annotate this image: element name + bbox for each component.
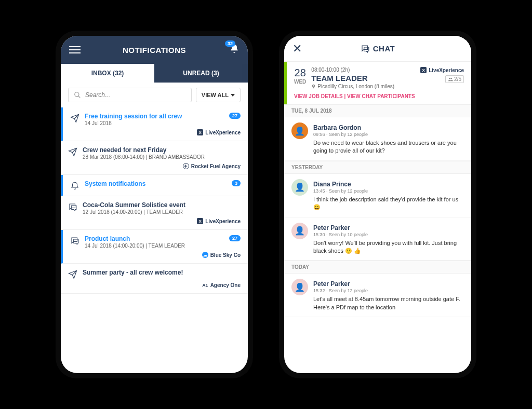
- search-row: VIEW ALL: [61, 83, 248, 107]
- bell-badge: 32: [225, 40, 235, 47]
- view-all-dropdown[interactable]: VIEW ALL: [196, 88, 241, 102]
- notification-badge: 27: [229, 235, 241, 241]
- tab-unread[interactable]: UNREAD (3): [154, 64, 248, 83]
- job-links: VIEW JOB DETAILS | VIEW CHAT PARTICIPANT…: [294, 93, 464, 99]
- screen-chat: ✕ CHAT 28 WED 08:00-10:00 (2h) TEAM LEAD…: [284, 36, 471, 373]
- agency-name: LiveXperience: [205, 219, 241, 224]
- message-text: I think the job description said they'd …: [313, 196, 464, 212]
- notification-agency: A1Agency One: [68, 282, 241, 288]
- message-meta: 15:30 · Seen by 10 people: [313, 232, 464, 237]
- notification-item[interactable]: Product launch 14 Jul 2018 (14:00-20:00)…: [61, 230, 248, 264]
- plane-icon: [70, 114, 79, 123]
- message-text: Let's all meet at 8.45am tomorrow mornin…: [313, 295, 464, 311]
- notification-item[interactable]: Summer party - all crew welcome! A1Agenc…: [61, 264, 248, 294]
- notification-item[interactable]: Coca-Cola Summer Solistice event 12 Jul …: [61, 196, 248, 230]
- chat-header: ✕ CHAT: [284, 36, 471, 62]
- message-meta: 15:32 · Seen by 12 people: [313, 288, 464, 293]
- notification-agency: XLiveXperience: [68, 218, 241, 224]
- chat-message: 👤 Peter Parker 15:30 · Seen by 10 people…: [284, 217, 471, 261]
- tabs: INBOX (32) UNREAD (3): [61, 64, 248, 83]
- job-participant-count[interactable]: 2/5: [445, 75, 464, 83]
- notification-subtitle: 12 Jul 2018 (14:00-20:00) | TEAM LEADER: [83, 209, 241, 215]
- message-author: Peter Parker: [313, 224, 350, 231]
- search-box[interactable]: [68, 88, 192, 102]
- chat-message: 👤 Barbara Gordon 09:56 · Seen by 12 peop…: [284, 117, 471, 161]
- job-agency-name: LiveXperience: [429, 67, 464, 73]
- plane-icon: [68, 270, 77, 279]
- chat-title-wrap: CHAT: [361, 44, 395, 53]
- agency-name: Blue Sky Co: [210, 252, 241, 258]
- link-job-details[interactable]: VIEW JOB DETAILS: [294, 93, 343, 99]
- job-time: 08:00-10:00 (2h): [311, 67, 420, 73]
- message-text: Do we need to wear black shoes and trous…: [313, 139, 464, 155]
- notification-item[interactable]: Free training session for all crew 14 Ju…: [61, 107, 248, 141]
- job-date: 28 WED: [294, 67, 306, 85]
- svg-point-0: [75, 92, 79, 97]
- chat-icon: [361, 44, 370, 53]
- notification-badge: 27: [229, 113, 241, 119]
- job-role: TEAM LEADER: [311, 74, 420, 83]
- page-title: NOTIFICATIONS: [123, 46, 186, 54]
- notification-badge: 3: [232, 180, 241, 186]
- bell-button[interactable]: 32: [229, 44, 240, 56]
- avatar[interactable]: 👤: [291, 122, 308, 139]
- notification-title: Summer party - all crew welcome!: [83, 269, 241, 276]
- header: NOTIFICATIONS 32: [61, 36, 248, 64]
- chat-message: 👤 Peter Parker 15:32 · Seen by 12 people…: [284, 274, 471, 317]
- people-icon: [448, 77, 453, 82]
- screen-notifications: NOTIFICATIONS 32 INBOX (32) UNREAD (3) V…: [61, 36, 248, 373]
- notification-item[interactable]: Crew needed for next Friday 28 Mar 2018 …: [61, 141, 248, 175]
- notification-title: Free training session for all crew: [85, 113, 224, 120]
- agency-icon: ✈: [183, 163, 189, 169]
- agency-name: Agency One: [210, 282, 241, 288]
- notification-agency: ✈Rocket Fuel Agency: [68, 163, 241, 169]
- notification-title: Coca-Cola Summer Solistice event: [83, 201, 241, 209]
- agency-name: Rocket Fuel Agency: [191, 163, 241, 169]
- agency-name: LiveXperience: [205, 130, 241, 135]
- job-agency: X LiveXperience: [420, 67, 464, 73]
- plane-icon: [68, 147, 77, 157]
- job-location-text: Picadilly Circus, London (8 miles): [317, 84, 394, 89]
- agency-icon: ☁: [202, 252, 208, 258]
- job-card: 28 WED 08:00-10:00 (2h) TEAM LEADER Pica…: [284, 62, 471, 104]
- search-icon: [74, 91, 81, 99]
- message-author: Peter Parker: [313, 280, 350, 288]
- message-meta: 09:56 · Seen by 12 people: [313, 132, 464, 137]
- message-author: Diana Prince: [313, 181, 351, 188]
- avatar[interactable]: 👤: [291, 279, 308, 295]
- view-all-label: VIEW ALL: [202, 92, 229, 98]
- job-side: X LiveXperience 2/5: [420, 67, 464, 83]
- close-icon[interactable]: ✕: [292, 42, 302, 56]
- pin-icon: [311, 84, 316, 89]
- agency-icon: X: [420, 67, 427, 73]
- avatar[interactable]: 👤: [291, 223, 308, 239]
- notification-subtitle: 14 Jul 2018 (14:00-20:00) | TEAM LEADER: [85, 243, 224, 249]
- job-location: Picadilly Circus, London (8 miles): [311, 84, 420, 89]
- message-author: Barbara Gordon: [313, 124, 361, 131]
- agency-icon: X: [197, 218, 203, 224]
- message-text: Don't worry! We'll be providing you with…: [313, 239, 464, 255]
- search-input[interactable]: [85, 91, 186, 99]
- chat-message-list[interactable]: TUE, 8 JUL 2018👤 Barbara Gordon 09:56 · …: [284, 104, 471, 373]
- bell-icon: [70, 181, 79, 190]
- notification-item[interactable]: System notifications 3: [61, 175, 248, 196]
- notification-subtitle: 28 Mar 2018 (08:00-14:00) | BRAND AMBASS…: [83, 154, 241, 160]
- date-separator: YESTERDAY: [284, 161, 471, 174]
- phone-notifications: NOTIFICATIONS 32 INBOX (32) UNREAD (3) V…: [56, 31, 253, 378]
- chat-message: 👤 Diana Prince 13:45 · Seen by 12 people…: [284, 174, 471, 217]
- agency-icon: X: [197, 129, 203, 135]
- chat-title: CHAT: [373, 44, 395, 53]
- tab-inbox[interactable]: INBOX (32): [61, 64, 154, 83]
- agency-icon: A1: [202, 283, 208, 288]
- svg-point-2: [449, 78, 450, 79]
- chat-icon: [68, 202, 77, 212]
- link-participants[interactable]: VIEW CHAT PARTICIPANTS: [347, 93, 415, 99]
- date-separator: TUE, 8 JUL 2018: [284, 104, 471, 117]
- job-count-text: 2/5: [454, 76, 461, 82]
- date-separator: TODAY: [284, 261, 471, 274]
- menu-icon[interactable]: [69, 46, 81, 53]
- notification-list[interactable]: Free training session for all crew 14 Ju…: [61, 107, 248, 373]
- notification-agency: XLiveXperience: [70, 129, 241, 135]
- avatar[interactable]: 👤: [291, 179, 308, 196]
- svg-point-3: [451, 78, 453, 79]
